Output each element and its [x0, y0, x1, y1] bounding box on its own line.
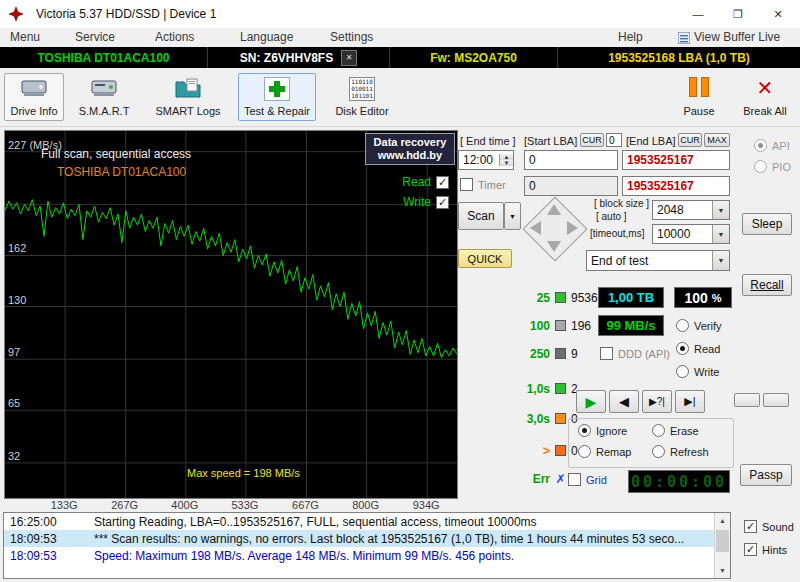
- hdd-by-badge: Data recovery www.hdd.by: [365, 133, 455, 165]
- read-checkbox[interactable]: ✓: [436, 176, 449, 189]
- binary-editor-icon: 110110 010011 101101: [349, 77, 375, 101]
- api-radio[interactable]: [754, 139, 767, 152]
- skip-end-button[interactable]: ▶|: [675, 390, 705, 413]
- menu-item-settings[interactable]: Settings: [330, 30, 373, 44]
- test-repair-button[interactable]: Test & Repair: [238, 73, 316, 121]
- end-of-test-combo[interactable]: End of test ▼: [586, 250, 730, 271]
- write-checkbox[interactable]: ✓: [436, 196, 449, 209]
- scroll-up-icon[interactable]: ▲: [715, 513, 730, 528]
- scroll-thumb[interactable]: [716, 530, 729, 552]
- end-lba-cur-button[interactable]: CUR: [678, 133, 702, 147]
- sound-checkbox[interactable]: ✓: [744, 520, 757, 533]
- menu-item-service[interactable]: Service: [75, 30, 115, 44]
- remap-radio[interactable]: [578, 445, 591, 458]
- end-lba-max-button[interactable]: MAX: [704, 133, 730, 147]
- disk-editor-button[interactable]: 110110 010011 101101 Disk Editor: [330, 73, 394, 121]
- x-axis-labels: 133G267G400G533G667G800G934G: [4, 499, 456, 512]
- serial-close-icon[interactable]: ✕: [341, 50, 357, 66]
- quick-button[interactable]: QUICK: [458, 249, 512, 268]
- ignore-radio[interactable]: [578, 424, 591, 437]
- smart-button[interactable]: S.M.A.R.T: [72, 73, 136, 121]
- scan-dropdown-button[interactable]: ▼: [504, 202, 521, 230]
- error-x-icon: ✗: [555, 472, 566, 486]
- step-back-button[interactable]: ◀: [609, 390, 639, 413]
- log-scrollbar[interactable]: ▲ ▼: [714, 513, 730, 578]
- lba-step-box[interactable]: 0: [606, 133, 622, 147]
- start-lba-input[interactable]: 0: [524, 150, 618, 170]
- end-lba-input[interactable]: 1953525167: [622, 150, 730, 170]
- sound-option: ✓ Sound: [744, 520, 794, 533]
- menu-bar: Menu Service Actions Language Settings H…: [0, 28, 800, 47]
- drive-info-button[interactable]: Drive Info: [4, 73, 64, 121]
- timer-value-input[interactable]: 0: [524, 176, 618, 196]
- jog-up-icon[interactable]: [547, 204, 561, 215]
- mini-button-2[interactable]: [763, 393, 789, 407]
- read-radio[interactable]: [676, 342, 689, 355]
- x-axis-label: 133G: [51, 499, 78, 511]
- hints-option: ✓ Hints: [744, 543, 787, 556]
- ddd-checkbox[interactable]: [600, 347, 613, 360]
- smart-logs-button[interactable]: SMART Logs: [150, 73, 226, 121]
- break-all-button[interactable]: ✕ Break All: [736, 73, 794, 121]
- jog-left-icon[interactable]: [530, 221, 541, 235]
- sleep-button[interactable]: Sleep: [742, 213, 792, 235]
- device-model-segment: TOSHIBA DT01ACA100: [0, 47, 208, 68]
- view-buffer-live[interactable]: View Buffer Live: [694, 30, 780, 44]
- grid-checkbox[interactable]: [568, 473, 581, 486]
- hints-checkbox[interactable]: ✓: [744, 543, 757, 556]
- start-lba-cur-button[interactable]: CUR: [580, 133, 604, 147]
- speed-bucket-swatch: [555, 292, 566, 303]
- x-axis-label: 934G: [413, 499, 440, 511]
- device-serial-segment: SN: Z6VHHV8FS ✕: [208, 47, 390, 68]
- jog-right-icon[interactable]: [567, 221, 578, 235]
- spin-down-icon[interactable]: ▼: [500, 160, 513, 166]
- verify-radio[interactable]: [676, 319, 689, 332]
- end-time-spinner[interactable]: 12:00 ▲ ▼: [458, 150, 514, 170]
- speed-display: 99 MB/s: [598, 315, 664, 336]
- scroll-down-icon[interactable]: ▼: [715, 563, 730, 578]
- stat-row: 100 196: [520, 318, 591, 333]
- pio-radio[interactable]: [754, 160, 767, 173]
- timer-checkbox[interactable]: [460, 178, 473, 191]
- menu-item-language[interactable]: Language: [240, 30, 293, 44]
- api-option: API: [754, 139, 790, 152]
- time-spinner-arrows[interactable]: ▲ ▼: [499, 154, 513, 166]
- block-size-combo[interactable]: 2048 ▼: [652, 200, 730, 220]
- pause-button[interactable]: Pause: [674, 73, 724, 121]
- device-capacity: 1953525168 LBA (1,0 TB): [608, 51, 750, 65]
- erase-option: Erase: [652, 424, 699, 437]
- speed-bucket-swatch: [555, 348, 566, 359]
- x-axis-label: 800G: [352, 499, 379, 511]
- timer-label: Timer: [478, 179, 506, 191]
- jog-pad[interactable]: [522, 196, 586, 260]
- mini-button-1[interactable]: [734, 393, 760, 407]
- maximize-button[interactable]: ❐: [718, 0, 758, 28]
- dropdown-icon[interactable]: ▼: [712, 251, 729, 270]
- menu-item-menu[interactable]: Menu: [10, 30, 40, 44]
- minimize-button[interactable]: —: [678, 0, 718, 28]
- write-radio[interactable]: [676, 365, 689, 378]
- passp-button[interactable]: Passp: [740, 464, 792, 486]
- erase-radio[interactable]: [652, 424, 665, 437]
- log-row[interactable]: 18:09:53 Speed: Maximum 198 MB/s. Averag…: [4, 547, 730, 564]
- write-check-row: Write ✓: [403, 195, 449, 209]
- window-title: Victoria 5.37 HDD/SSD | Device 1: [36, 7, 216, 21]
- recall-button[interactable]: Recall: [742, 274, 792, 296]
- ignore-option: Ignore: [578, 424, 627, 437]
- play-button[interactable]: ▶: [576, 390, 606, 413]
- timeout-combo[interactable]: 10000 ▼: [652, 224, 730, 244]
- log-row-selected[interactable]: 18:09:53 *** Scan results: no warnings, …: [4, 530, 730, 547]
- timer-end-lba-input[interactable]: 1953525167: [622, 176, 730, 196]
- log-row[interactable]: 16:25:00 Starting Reading, LBA=0..195352…: [4, 513, 730, 530]
- jog-down-icon[interactable]: [547, 241, 561, 252]
- scan-button[interactable]: Scan: [458, 202, 504, 230]
- dropdown-icon[interactable]: ▼: [712, 201, 729, 219]
- log-panel: 16:25:00 Starting Reading, LBA=0..195352…: [3, 512, 731, 579]
- refresh-radio[interactable]: [652, 445, 665, 458]
- x-axis-label: 533G: [231, 499, 258, 511]
- close-button[interactable]: ✕: [758, 0, 798, 28]
- menu-item-help[interactable]: Help: [618, 30, 643, 44]
- dropdown-icon[interactable]: ▼: [712, 225, 729, 243]
- menu-item-actions[interactable]: Actions: [155, 30, 194, 44]
- seek-button[interactable]: ▶?|: [642, 390, 672, 413]
